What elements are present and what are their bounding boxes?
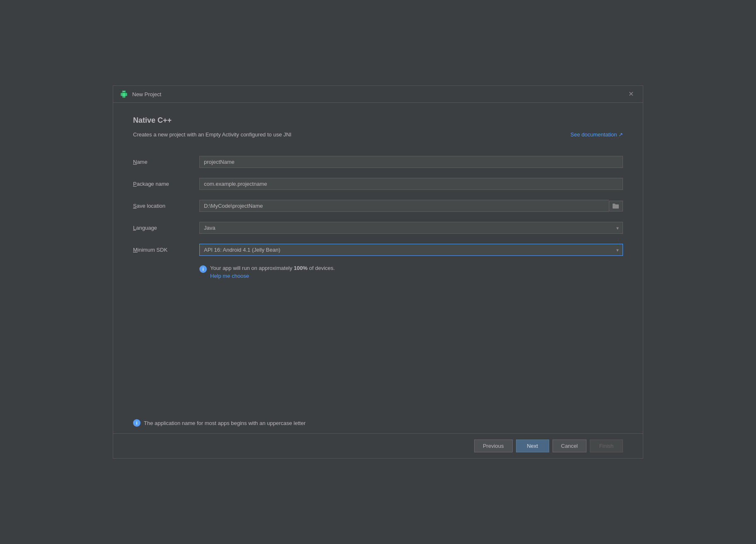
bottom-info-text: The application name for most apps begin… [144, 420, 305, 426]
min-sdk-label-text: Minimum SDK [133, 247, 167, 253]
help-me-choose-link[interactable]: Help me choose [210, 273, 335, 279]
cancel-button[interactable]: Cancel [552, 440, 586, 452]
previous-button[interactable]: Previous [474, 440, 513, 452]
dialog-title: New Project [132, 91, 161, 97]
title-bar-left: New Project [120, 90, 161, 98]
package-label-text: Package name [133, 181, 169, 187]
name-label-text: Name [133, 159, 148, 165]
save-location-wrapper [199, 200, 623, 212]
content-spacer [133, 282, 623, 399]
section-title: Native C++ [133, 116, 623, 125]
sdk-info-percentage: 100% [294, 265, 308, 271]
next-button[interactable]: Next [516, 440, 549, 452]
sdk-info-container: i Your app will run on approximately 100… [199, 261, 623, 282]
bottom-info-bar: i The application name for most apps beg… [113, 413, 643, 433]
save-location-input[interactable] [199, 200, 609, 212]
bottom-info-icon: i [133, 419, 141, 427]
finish-button: Finish [590, 440, 623, 452]
see-documentation-link[interactable]: See documentation ↗ [570, 131, 623, 138]
title-bar: New Project ✕ [113, 86, 643, 103]
name-input[interactable] [199, 156, 623, 168]
save-location-label: Save location [133, 198, 199, 214]
language-select-wrapper: Java Kotlin ▼ [199, 222, 623, 234]
sdk-info-icon: i [199, 265, 207, 273]
save-location-label-text: Save location [133, 203, 165, 209]
min-sdk-select[interactable]: API 16: Android 4.1 (Jelly Bean) API 17:… [199, 244, 623, 256]
sdk-info-text-block: Your app will run on approximately 100% … [210, 265, 335, 279]
name-control [199, 151, 623, 173]
name-label: Name [133, 154, 199, 170]
main-content: Native C++ Creates a new project with an… [113, 103, 643, 413]
package-name-label: Package name [133, 176, 199, 192]
save-location-control [199, 195, 623, 217]
browse-folder-button[interactable] [609, 201, 623, 211]
language-label: Language [133, 220, 199, 236]
language-control: Java Kotlin ▼ [199, 217, 623, 239]
footer: Previous Next Cancel Finish [113, 433, 643, 458]
description-row: Creates a new project with an Empty Acti… [133, 131, 623, 138]
language-label-text: Language [133, 225, 157, 231]
package-name-input[interactable] [199, 178, 623, 190]
new-project-dialog: New Project ✕ Native C++ Creates a new p… [113, 85, 643, 459]
form-grid: Name Package name Save location [133, 151, 623, 282]
sdk-info-text-prefix: Your app will run on approximately [210, 265, 294, 271]
sdk-select-wrapper: API 16: Android 4.1 (Jelly Bean) API 17:… [199, 244, 623, 256]
package-name-control [199, 173, 623, 195]
description-text: Creates a new project with an Empty Acti… [133, 131, 291, 138]
min-sdk-label: Minimum SDK [133, 242, 199, 258]
android-icon [120, 90, 128, 98]
sdk-info-text-suffix: of devices. [308, 265, 335, 271]
sdk-info: i Your app will run on approximately 100… [199, 265, 623, 279]
min-sdk-control: API 16: Android 4.1 (Jelly Bean) API 17:… [199, 239, 623, 261]
close-button[interactable]: ✕ [626, 90, 636, 98]
language-select[interactable]: Java Kotlin [199, 222, 623, 234]
